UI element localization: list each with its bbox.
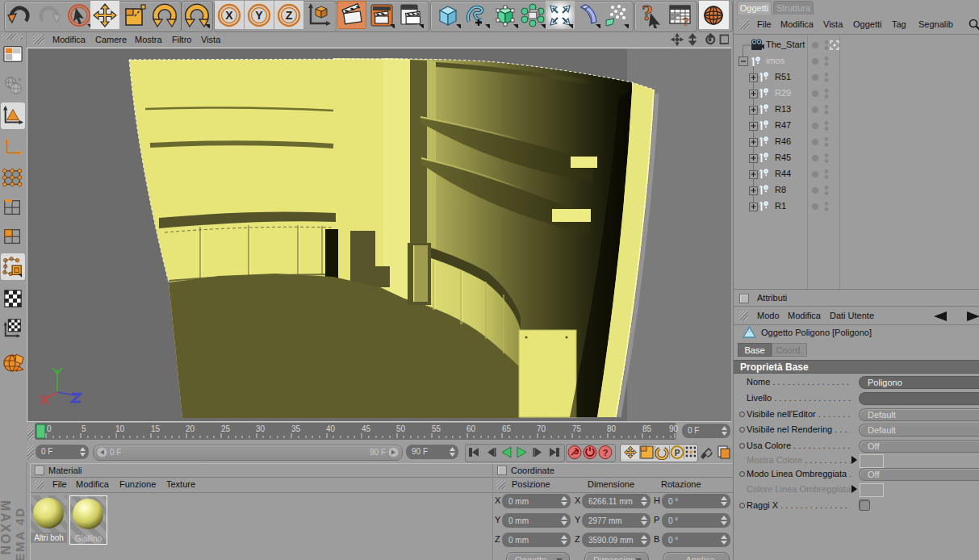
svg-text:75: 75 — [572, 424, 582, 433]
svg-text:P: P — [675, 449, 680, 458]
svg-text:45: 45 — [362, 424, 371, 433]
svg-text:0: 0 — [47, 424, 52, 433]
svg-text:40: 40 — [326, 424, 336, 433]
svg-text:X: X — [225, 9, 233, 22]
svg-text:50: 50 — [396, 424, 406, 433]
svg-text:?: ? — [683, 15, 689, 28]
svg-text:30: 30 — [256, 424, 266, 433]
svg-text:55: 55 — [432, 424, 441, 433]
svg-text:70: 70 — [537, 424, 546, 433]
svg-text:85: 85 — [642, 424, 652, 433]
svg-text:65: 65 — [502, 424, 512, 433]
svg-text:20: 20 — [186, 424, 195, 433]
svg-text:10: 10 — [115, 424, 125, 433]
svg-text:35: 35 — [291, 424, 301, 433]
svg-text:?: ? — [603, 448, 609, 458]
svg-text:Z: Z — [286, 9, 293, 22]
svg-text:Y: Y — [255, 9, 263, 22]
svg-text:80: 80 — [607, 424, 617, 433]
svg-text:5: 5 — [82, 424, 86, 433]
svg-text:60: 60 — [466, 424, 476, 433]
svg-text:25: 25 — [221, 424, 231, 433]
svg-text:15: 15 — [151, 424, 161, 433]
svg-text:90: 90 — [669, 424, 679, 433]
